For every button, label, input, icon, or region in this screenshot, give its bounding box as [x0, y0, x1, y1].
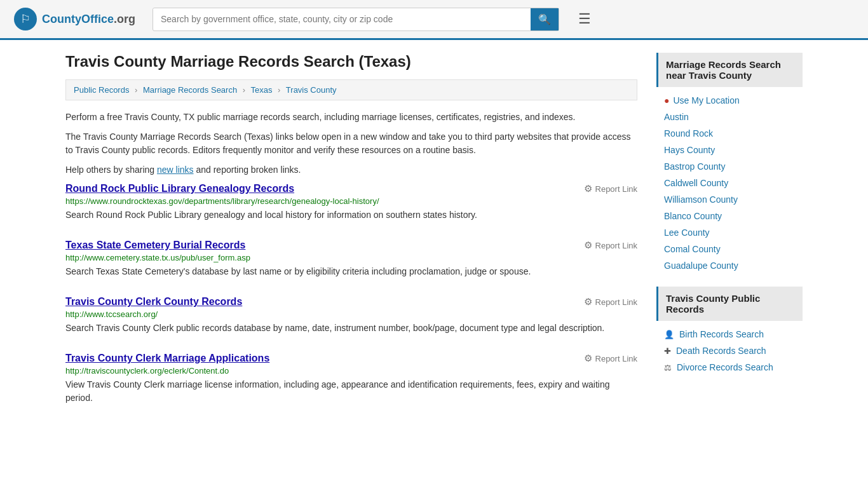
content-area: Travis County Marriage Records Search (T…: [65, 53, 637, 423]
death-records-icon: ✚: [664, 346, 671, 356]
result-desc: View Travis County Clerk marriage licens…: [65, 378, 637, 405]
sidebar-item-austin[interactable]: Austin: [656, 109, 803, 125]
result-header: Round Rock Public Library Genealogy Reco…: [65, 183, 637, 194]
sidebar-item-blanco-county[interactable]: Blanco County: [656, 208, 803, 224]
breadcrumb-travis-county[interactable]: Travis County: [286, 85, 337, 95]
search-input[interactable]: [153, 9, 531, 29]
report-icon: ⚙: [584, 353, 592, 364]
result-url[interactable]: http://traviscountyclerk.org/eclerk/Cont…: [65, 366, 637, 376]
breadcrumb-sep-3: ›: [278, 85, 280, 95]
result-desc: Search Travis County Clerk public record…: [65, 322, 637, 335]
breadcrumb-texas[interactable]: Texas: [251, 85, 273, 95]
result-item: Travis County Clerk Marriage Application…: [65, 353, 637, 405]
report-link[interactable]: ⚙ Report Link: [584, 183, 637, 194]
death-records-label: Death Records Search: [676, 346, 766, 356]
svg-text:⚐: ⚐: [20, 13, 31, 25]
result-title[interactable]: Texas State Cemetery Burial Records: [65, 240, 245, 251]
sidebar-nearby-section: Marriage Records Search near Travis Coun…: [656, 53, 803, 274]
result-url[interactable]: http://www.cemetery.state.tx.us/pub/user…: [65, 253, 637, 262]
logo-text: CountyOffice.org: [42, 13, 135, 26]
sidebar-death-records[interactable]: ✚ Death Records Search: [656, 342, 803, 359]
result-url[interactable]: https://www.roundrocktexas.gov/departmen…: [65, 196, 637, 206]
report-link[interactable]: ⚙ Report Link: [584, 296, 637, 308]
result-url[interactable]: http://www.tccsearch.org/: [65, 309, 637, 319]
new-links-link[interactable]: new links: [157, 165, 194, 175]
search-button[interactable]: 🔍: [531, 8, 559, 30]
logo-icon: ⚐: [13, 6, 38, 32]
site-header: ⚐ CountyOffice.org 🔍 ☰: [0, 0, 868, 40]
breadcrumb-public-records[interactable]: Public Records: [74, 85, 129, 95]
birth-records-label: Birth Records Search: [679, 329, 764, 339]
result-item: Texas State Cemetery Burial Records ⚙ Re…: [65, 240, 637, 278]
breadcrumb: Public Records › Marriage Records Search…: [65, 79, 637, 100]
breadcrumb-sep-1: ›: [135, 85, 137, 95]
sidebar-item-bastrop-county[interactable]: Bastrop County: [656, 158, 803, 175]
result-title[interactable]: Travis County Clerk County Records: [65, 296, 242, 308]
report-label: Report Link: [595, 241, 637, 250]
divorce-records-icon: ⚖: [664, 363, 672, 372]
result-header: Texas State Cemetery Burial Records ⚙ Re…: [65, 240, 637, 251]
location-icon: ●: [664, 95, 669, 105]
menu-button[interactable]: ☰: [578, 11, 591, 27]
sidebar-item-lee-county[interactable]: Lee County: [656, 224, 803, 241]
desc3-prefix: Help others by sharing: [65, 165, 157, 175]
result-desc: Search Texas State Cemetery's database b…: [65, 265, 637, 278]
report-icon: ⚙: [584, 240, 592, 251]
sidebar-item-hays-county[interactable]: Hays County: [656, 142, 803, 158]
sidebar-item-comal-county[interactable]: Comal County: [656, 241, 803, 257]
sidebar-item-round-rock[interactable]: Round Rock: [656, 125, 803, 142]
main-container: Travis County Marriage Records Search (T…: [53, 40, 815, 435]
sidebar-use-my-location[interactable]: ● Use My Location: [656, 92, 803, 109]
result-header: Travis County Clerk Marriage Application…: [65, 353, 637, 364]
report-icon: ⚙: [584, 296, 592, 308]
sidebar-divorce-records[interactable]: ⚖ Divorce Records Search: [656, 359, 803, 376]
result-item: Round Rock Public Library Genealogy Reco…: [65, 183, 637, 222]
sidebar-records-header: Travis County Public Records: [656, 287, 803, 321]
use-my-location-label: Use My Location: [673, 95, 739, 105]
desc3-suffix: and reporting broken links.: [194, 165, 301, 175]
page-title: Travis County Marriage Records Search (T…: [65, 53, 637, 71]
description-2: The Travis County Marriage Records Searc…: [65, 130, 637, 157]
report-link[interactable]: ⚙ Report Link: [584, 240, 637, 251]
sidebar-item-williamson-county[interactable]: Williamson County: [656, 191, 803, 208]
results-list: Round Rock Public Library Genealogy Reco…: [65, 183, 637, 405]
sidebar: Marriage Records Search near Travis Coun…: [656, 53, 803, 423]
report-link[interactable]: ⚙ Report Link: [584, 353, 637, 364]
sidebar-nearby-header: Marriage Records Search near Travis Coun…: [656, 53, 803, 87]
divorce-records-label: Divorce Records Search: [677, 362, 773, 372]
breadcrumb-marriage-records[interactable]: Marriage Records Search: [143, 85, 237, 95]
description-1: Perform a free Travis County, TX public …: [65, 111, 637, 124]
logo-area: ⚐ CountyOffice.org: [13, 6, 140, 32]
result-header: Travis County Clerk County Records ⚙ Rep…: [65, 296, 637, 308]
result-title[interactable]: Travis County Clerk Marriage Application…: [65, 353, 269, 364]
report-icon: ⚙: [584, 183, 592, 194]
report-label: Report Link: [595, 184, 637, 194]
result-title[interactable]: Round Rock Public Library Genealogy Reco…: [65, 183, 294, 194]
sidebar-item-guadalupe-county[interactable]: Guadalupe County: [656, 257, 803, 274]
breadcrumb-sep-2: ›: [243, 85, 245, 95]
result-desc: Search Round Rock Public Library genealo…: [65, 208, 637, 222]
sidebar-records-section: Travis County Public Records 👤 Birth Rec…: [656, 287, 803, 376]
sidebar-birth-records[interactable]: 👤 Birth Records Search: [656, 326, 803, 342]
report-label: Report Link: [595, 297, 637, 307]
search-bar: 🔍: [153, 8, 559, 31]
result-item: Travis County Clerk County Records ⚙ Rep…: [65, 296, 637, 335]
description-3: Help others by sharing new links and rep…: [65, 163, 637, 177]
sidebar-item-caldwell-county[interactable]: Caldwell County: [656, 175, 803, 191]
report-label: Report Link: [595, 354, 637, 363]
birth-records-icon: 👤: [664, 330, 674, 339]
